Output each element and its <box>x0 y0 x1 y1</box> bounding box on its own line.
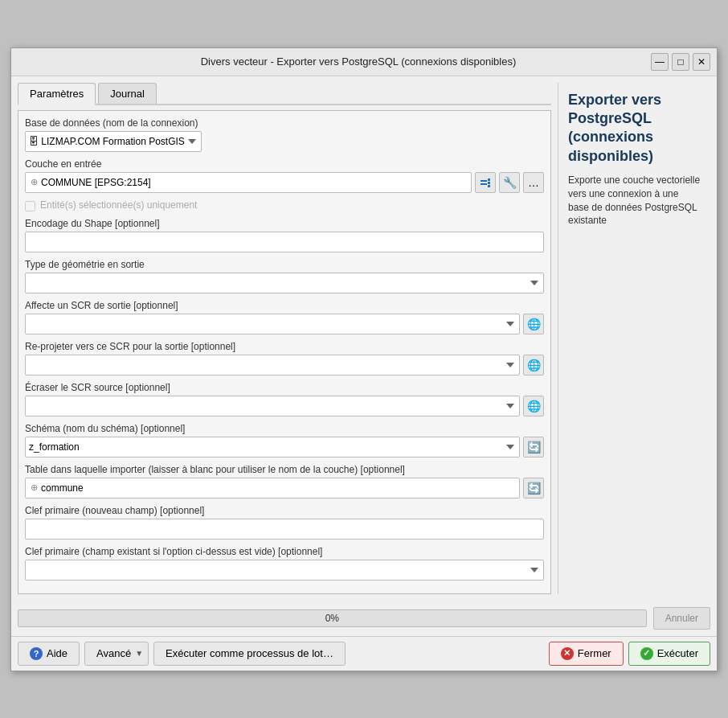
encoding-input[interactable] <box>25 232 544 252</box>
progress-bar-container: 0% <box>18 609 647 627</box>
table-row: ⊕ commune 🔄 <box>25 478 544 498</box>
reproject-label: Re-projeter vers ce SCR pour la sortie [… <box>25 341 544 352</box>
reproject-globe-button[interactable]: 🌐 <box>523 355 544 375</box>
pk-label: Clef primaire (nouveau champ) [optionnel… <box>25 505 544 516</box>
geom-type-row <box>25 273 544 293</box>
erase-scr-row: 🌐 <box>25 396 544 416</box>
right-panel-description: Exporte une couche vectorielle vers une … <box>568 174 701 228</box>
pk-group: Clef primaire (nouveau champ) [optionnel… <box>25 505 544 540</box>
scr-output-select[interactable] <box>25 314 520 334</box>
help-icon: ? <box>30 647 43 660</box>
layer-settings-button[interactable]: 🔧 <box>499 172 520 193</box>
minimize-button[interactable]: — <box>651 53 669 71</box>
help-label: Aide <box>47 647 67 659</box>
entities-checkbox[interactable] <box>25 201 35 211</box>
geom-type-label: Type de géométrie en sortie <box>25 259 544 270</box>
pk-existing-select[interactable] <box>25 560 544 581</box>
execute-batch-button[interactable]: Exécuter comme processus de lot… <box>153 642 346 666</box>
schema-select[interactable]: z_formation <box>25 437 520 457</box>
form-scroll-area[interactable]: Base de données (nom de la connexion) 🗄 … <box>18 110 551 594</box>
db-label: Base de données (nom de la connexion) <box>25 117 544 129</box>
avance-dropdown-icon: ▼ <box>135 649 143 658</box>
table-icon: ⊕ <box>31 482 38 493</box>
fermer-button[interactable]: ✕ Fermer <box>549 642 624 666</box>
svg-rect-2 <box>488 178 490 181</box>
close-button[interactable]: ✕ <box>693 53 710 71</box>
main-window: Divers vecteur - Exporter vers PostgreSQ… <box>10 47 718 671</box>
layer-input-group: Couche en entrée ⊕ COMMUNE [EPSG:2154] <box>25 158 544 193</box>
executer-button[interactable]: ✓ Exécuter <box>628 642 710 666</box>
pk-input[interactable]: id <box>25 519 544 540</box>
layer-icon: ⊕ <box>31 177 38 187</box>
svg-rect-1 <box>481 183 487 185</box>
fermer-icon: ✕ <box>561 647 574 660</box>
maximize-button[interactable]: □ <box>672 53 689 71</box>
schema-label: Schéma (nom du schéma) [optionnel] <box>25 423 544 434</box>
right-panel: Exporter vers PostgreSQL (connexions dis… <box>558 83 710 594</box>
db-connection-group: Base de données (nom de la connexion) 🗄 … <box>25 117 544 152</box>
executer-icon: ✓ <box>640 647 653 660</box>
help-button[interactable]: ? Aide <box>18 642 80 666</box>
avance-button[interactable]: Avancé ▼ <box>84 642 149 666</box>
pk-existing-group: Clef primaire (champ existant si l'optio… <box>25 546 544 581</box>
table-refresh-button[interactable]: 🔄 <box>523 478 544 498</box>
cancel-button[interactable]: Annuler <box>653 607 710 630</box>
scr-output-group: Affecte un SCR de sortie [optionnel] 🌐 <box>25 300 544 334</box>
reproject-select[interactable] <box>25 355 520 375</box>
window-title: Divers vecteur - Exporter vers PostgreSQ… <box>66 55 651 68</box>
db-select[interactable]: 🗄 LIZMAP.COM Formation PostGIS <box>25 131 202 152</box>
table-value: commune <box>41 482 84 494</box>
fermer-label: Fermer <box>578 647 611 659</box>
schema-group: Schéma (nom du schéma) [optionnel] z_for… <box>25 423 544 457</box>
scr-output-label: Affecte un SCR de sortie [optionnel] <box>25 300 544 311</box>
tab-parametres[interactable]: Paramètres <box>18 83 96 105</box>
tab-bar: Paramètres Journal <box>18 83 551 105</box>
encoding-group: Encodage du Shape [optionnel] <box>25 218 544 252</box>
erase-scr-label: Écraser le SCR source [optionnel] <box>25 382 544 393</box>
layer-display: ⊕ COMMUNE [EPSG:2154] <box>25 172 472 193</box>
erase-scr-globe-button[interactable]: 🌐 <box>523 396 544 416</box>
entities-label: Entité(s) sélectionnée(s) uniquement <box>40 199 197 211</box>
scr-output-globe-button[interactable]: 🌐 <box>523 314 544 334</box>
progress-text: 0% <box>18 613 646 624</box>
pk-existing-row <box>25 560 544 581</box>
bottom-bar: ? Aide Avancé ▼ Exécuter comme processus… <box>11 636 717 671</box>
erase-scr-select[interactable] <box>25 396 520 416</box>
main-content: Paramètres Journal Base de données (nom … <box>11 76 717 601</box>
window-controls: — □ ✕ <box>651 53 710 71</box>
avance-label: Avancé <box>96 647 131 659</box>
pk-existing-label: Clef primaire (champ existant si l'optio… <box>25 546 544 557</box>
erase-scr-group: Écraser le SCR source [optionnel] 🌐 <box>25 382 544 416</box>
layer-row: ⊕ COMMUNE [EPSG:2154] <box>25 172 544 193</box>
schema-refresh-button[interactable]: 🔄 <box>523 437 544 457</box>
reproject-row: 🌐 <box>25 355 544 375</box>
schema-row: z_formation 🔄 <box>25 437 544 457</box>
executer-label: Exécuter <box>657 647 698 659</box>
tab-journal[interactable]: Journal <box>98 83 157 104</box>
layer-select-button[interactable] <box>475 172 496 193</box>
reproject-group: Re-projeter vers ce SCR pour la sortie [… <box>25 341 544 375</box>
geom-type-select[interactable] <box>25 273 544 293</box>
left-panel: Paramètres Journal Base de données (nom … <box>18 83 551 594</box>
scr-output-row: 🌐 <box>25 314 544 334</box>
encoding-label: Encodage du Shape [optionnel] <box>25 218 544 229</box>
layer-label: Couche en entrée <box>25 158 544 170</box>
table-display: ⊕ commune <box>25 478 520 498</box>
geom-type-group: Type de géométrie en sortie <box>25 259 544 293</box>
entities-checkbox-row: Entité(s) sélectionnée(s) uniquement <box>25 199 544 213</box>
execute-batch-label: Exécuter comme processus de lot… <box>166 647 333 659</box>
layer-more-button[interactable]: … <box>523 172 544 193</box>
svg-rect-3 <box>488 182 490 184</box>
table-group: Table dans laquelle importer (laisser à … <box>25 464 544 498</box>
layer-value: COMMUNE [EPSG:2154] <box>41 177 151 188</box>
progress-area: 0% Annuler <box>11 601 717 636</box>
table-label: Table dans laquelle importer (laisser à … <box>25 464 544 475</box>
svg-rect-0 <box>481 180 487 182</box>
right-panel-title: Exporter vers PostgreSQL (connexions dis… <box>568 91 701 166</box>
title-bar: Divers vecteur - Exporter vers PostgreSQ… <box>11 48 717 76</box>
svg-rect-4 <box>488 185 490 187</box>
